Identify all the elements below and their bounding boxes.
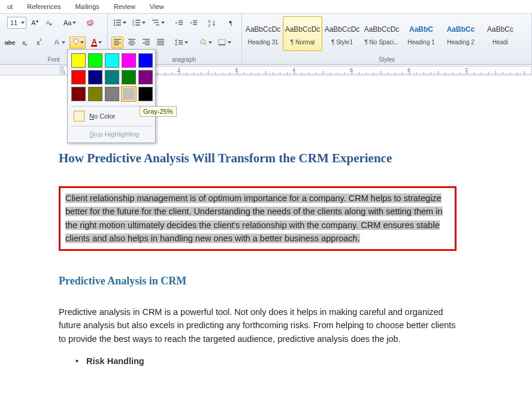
ruler-tick xyxy=(373,72,374,74)
color-swatch[interactable] xyxy=(122,70,136,84)
svg-rect-25 xyxy=(193,24,197,25)
color-swatch[interactable] xyxy=(71,53,86,68)
style-sample: AaBbCc xyxy=(487,22,513,37)
bullets-button[interactable] xyxy=(111,17,128,29)
bullet-item[interactable]: Risk Handling xyxy=(59,356,457,366)
text-effects-button[interactable]: A xyxy=(52,37,67,49)
highlight-color-button[interactable] xyxy=(69,37,85,49)
paragraph-2[interactable]: Predictive analysis in CRM is a powerful… xyxy=(59,305,457,346)
font-color-button[interactable]: A xyxy=(88,37,104,49)
svg-rect-31 xyxy=(114,44,119,45)
clear-formatting-button[interactable] xyxy=(84,17,98,29)
color-swatch[interactable] xyxy=(88,70,102,84)
svg-point-5 xyxy=(114,20,115,21)
color-swatch[interactable] xyxy=(88,87,102,101)
mnemonic: N xyxy=(89,113,94,120)
svg-text:A: A xyxy=(54,38,60,47)
tab-mailings[interactable]: Mailings xyxy=(68,1,106,12)
style-name: Heading 2 xyxy=(447,39,474,46)
style-item-3[interactable]: AaBbCcDc¶ No Spaci... xyxy=(362,16,401,51)
svg-text:3: 3 xyxy=(132,23,134,26)
color-swatch[interactable] xyxy=(122,87,136,101)
ruler-tick xyxy=(438,71,439,74)
no-color-label-rest: o Color xyxy=(94,113,115,120)
increase-indent-button[interactable] xyxy=(188,17,200,29)
align-left-button[interactable] xyxy=(111,37,123,49)
style-item-4[interactable]: AaBbCHeading 1 xyxy=(401,16,441,51)
svg-rect-0 xyxy=(87,20,93,25)
numbering-icon: 123 xyxy=(132,19,141,26)
color-swatch[interactable] xyxy=(71,87,86,101)
tab-review[interactable]: Review xyxy=(107,1,143,12)
style-item-0[interactable]: AaBbCcDcHeading 31 xyxy=(243,16,283,51)
style-name: ¶ Normal xyxy=(291,39,315,46)
style-sample: AaBbCcDc xyxy=(325,22,360,37)
shrink-font-button[interactable]: A▾ xyxy=(43,17,55,29)
svg-rect-36 xyxy=(143,39,150,40)
color-swatch[interactable] xyxy=(105,53,119,68)
shading-button[interactable] xyxy=(197,37,214,49)
styles-gallery[interactable]: AaBbCcDcHeading 31AaBbCcDc¶ NormalAaBbCc… xyxy=(243,16,530,51)
svg-rect-30 xyxy=(114,43,121,43)
grow-font-button[interactable]: A▴ xyxy=(29,17,41,29)
tab-view[interactable]: View xyxy=(143,1,171,12)
svg-rect-12 xyxy=(135,20,140,21)
style-sample: AaBbCcDc xyxy=(285,22,321,37)
svg-rect-19 xyxy=(156,25,159,25)
line-spacing-icon xyxy=(175,39,183,46)
svg-rect-34 xyxy=(128,43,135,43)
line-spacing-button[interactable] xyxy=(173,37,190,49)
subscript-button[interactable]: x₂ xyxy=(19,37,31,49)
justify-button[interactable] xyxy=(155,37,167,49)
color-swatch[interactable] xyxy=(88,53,102,68)
chevron-down-icon xyxy=(80,41,84,44)
tab-references[interactable]: References xyxy=(20,1,68,12)
svg-point-9 xyxy=(114,25,115,26)
change-case-button[interactable]: Aa xyxy=(62,17,78,29)
color-swatch[interactable] xyxy=(122,53,136,68)
align-center-button[interactable] xyxy=(126,37,138,49)
ruler-tick xyxy=(424,72,424,74)
ruler-tick xyxy=(416,72,417,74)
svg-rect-42 xyxy=(157,43,164,43)
style-item-5[interactable]: AaBbCcHeading 2 xyxy=(441,16,480,51)
color-swatch[interactable] xyxy=(138,70,153,84)
style-item-6[interactable]: AaBbCcHeadi xyxy=(480,16,520,51)
ruler-tick xyxy=(344,72,345,74)
font-size-combo[interactable]: 11 xyxy=(7,17,26,29)
style-name: ¶ No Spaci... xyxy=(364,39,398,46)
heading-2[interactable]: Predictive Analysis in CRM xyxy=(59,275,457,287)
strikethrough-button[interactable]: abc xyxy=(4,37,16,49)
color-swatch[interactable] xyxy=(105,70,119,84)
ruler-tick xyxy=(251,72,252,74)
ruler-tick xyxy=(395,72,395,74)
multilevel-list-button[interactable] xyxy=(150,17,167,29)
ruler-tick xyxy=(301,72,302,74)
style-item-2[interactable]: AaBbCcDc¶ Style1 xyxy=(322,16,362,51)
color-swatch[interactable] xyxy=(138,87,153,101)
sort-button[interactable]: AZ xyxy=(206,17,218,29)
style-item-1[interactable]: AaBbCcDc¶ Normal xyxy=(283,16,322,51)
color-swatch[interactable] xyxy=(138,53,153,68)
color-swatch[interactable] xyxy=(71,70,86,84)
align-right-button[interactable] xyxy=(140,37,152,49)
highlighter-icon xyxy=(71,38,78,47)
paragraph-1[interactable]: Client relationship management is of opt… xyxy=(65,192,450,246)
numbering-button[interactable]: 123 xyxy=(131,17,147,29)
style-name: Headi xyxy=(492,39,508,46)
color-swatch[interactable] xyxy=(105,87,119,101)
align-right-icon xyxy=(143,39,150,46)
decrease-indent-button[interactable] xyxy=(173,17,185,29)
svg-rect-38 xyxy=(143,43,150,43)
heading-1[interactable]: How Predictive Analysis Will Transform t… xyxy=(59,151,457,166)
ruler-tick xyxy=(258,72,259,74)
svg-rect-28 xyxy=(114,39,121,40)
borders-button[interactable] xyxy=(216,37,233,49)
superscript-button[interactable]: x² xyxy=(33,37,45,49)
tab-layout-partial[interactable]: ut xyxy=(0,1,20,12)
show-marks-button[interactable]: ¶ xyxy=(225,17,237,29)
svg-rect-35 xyxy=(129,44,134,45)
style-sample: AaBbCcDc xyxy=(364,22,400,37)
chevron-down-icon xyxy=(123,22,126,24)
ruler-tick xyxy=(158,72,158,74)
